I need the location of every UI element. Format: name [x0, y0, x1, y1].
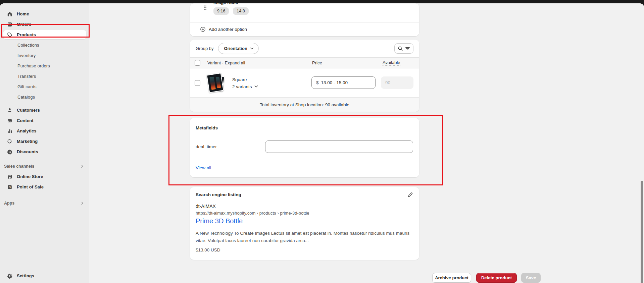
add-another-option-button[interactable]: Add another option [190, 22, 419, 36]
customers-icon [7, 107, 12, 113]
option-value-chip[interactable]: 14:8 [233, 7, 248, 15]
sidebar-section-label: Sales channels [4, 164, 34, 169]
filter-icon [405, 46, 410, 51]
select-all-checkbox[interactable] [195, 60, 200, 66]
metafields-title: Metafields [196, 125, 218, 130]
seo-card-title: Search engine listing [196, 192, 241, 197]
svg-text:S: S [9, 185, 11, 189]
metafield-value-input[interactable] [265, 140, 413, 153]
sidebar-item-marketing[interactable]: Marketing [0, 136, 89, 147]
seo-site-name: dt-AIMAX [196, 204, 216, 209]
total-inventory-footer: Total inventory at Shop location: 90 ava… [190, 97, 419, 112]
row-checkbox[interactable] [195, 80, 200, 86]
sidebar-item-analytics[interactable]: Analytics [0, 126, 89, 136]
sidebar-item-label: Orders [17, 22, 31, 27]
group-by-dropdown[interactable]: Orientation [218, 43, 258, 54]
search-icon [398, 46, 403, 51]
sidebar-item-gift-cards[interactable]: Gift cards [0, 81, 89, 92]
sidebar-item-collections[interactable]: Collections [0, 40, 89, 50]
available-column-header[interactable]: Available [383, 60, 400, 66]
delete-product-button[interactable]: Delete product [476, 273, 517, 283]
product-photo-front [206, 72, 224, 93]
option-values: 9:16 14:8 [213, 7, 249, 15]
analytics-icon [7, 128, 12, 134]
products-tag-icon [7, 32, 12, 38]
sidebar-selected-pill [3, 30, 86, 39]
vertical-scrollbar-thumb[interactable] [641, 181, 643, 283]
seo-description: A New Technology To Create Images Lectus… [196, 230, 413, 244]
price-column-header: Price [312, 60, 322, 65]
seo-page-title-link[interactable]: Prime 3D Bottle [196, 217, 243, 225]
variant-thumbnail[interactable] [206, 73, 227, 94]
sidebar-item-products[interactable]: Products [0, 30, 89, 40]
sidebar-subitem-label: Purchase orders [17, 63, 50, 68]
search-and-filter-button[interactable] [394, 43, 413, 54]
sidebar-section-apps[interactable]: Apps [0, 198, 89, 208]
expand-variants-button[interactable]: 2 variants [232, 84, 258, 89]
sidebar-item-settings[interactable]: Settings [0, 271, 89, 281]
group-by-toolbar: Group by Orientation [190, 40, 419, 57]
sidebar-item-label: Home [17, 11, 29, 16]
pencil-icon[interactable] [406, 191, 414, 199]
group-by-label: Group by [196, 46, 213, 51]
chevron-right-icon [80, 201, 84, 205]
sidebar-item-discounts[interactable]: Discounts [0, 147, 89, 157]
sidebar-item-label: Analytics [17, 128, 37, 133]
sidebar-item-point-of-sale[interactable]: S Point of Sale [0, 182, 89, 192]
home-icon [7, 11, 12, 17]
sidebar-item-online-store[interactable]: Online Store [0, 171, 89, 182]
add-another-option-label: Add another option [209, 27, 247, 32]
variants-count-label: 2 variants [232, 84, 252, 89]
sidebar-subitem-label: Inventory [17, 53, 36, 58]
search-engine-listing-card: Search engine listing dt-AIMAX https://d… [190, 187, 419, 260]
variants-table-card: Group by Orientation Variant · Expand al… [190, 40, 419, 112]
sidebar-item-customers[interactable]: Customers [0, 105, 89, 115]
sidebar-item-transfers[interactable]: Transfers [0, 71, 89, 81]
group-by-value: Orientation [224, 46, 247, 51]
variant-column-header: Variant · Expand all [207, 60, 245, 65]
currency-prefix: $ [316, 80, 319, 85]
sidebar-item-label: Products [17, 32, 36, 37]
chevron-right-icon [80, 164, 84, 168]
sidebar-item-label: Online Store [17, 174, 43, 179]
seo-price: $13.00 USD [196, 247, 220, 252]
sidebar-item-catalogs[interactable]: Catalogs [0, 92, 89, 102]
metafield-key-label: deal_timer [196, 144, 217, 149]
chevron-down-icon [254, 85, 258, 88]
sidebar-item-orders[interactable]: Orders [0, 19, 89, 30]
sidebar-subitem-label: Gift cards [17, 84, 37, 89]
sidebar-item-inventory[interactable]: Inventory [0, 50, 89, 61]
sidebar-subitem-label: Catalogs [17, 95, 35, 100]
sidebar-item-label: Customers [17, 108, 40, 113]
price-range-input[interactable]: $ 13.00 - 15.00 [311, 76, 376, 89]
top-bar [0, 0, 644, 3]
settings-gear-icon [7, 273, 12, 279]
sidebar-item-label: Discounts [17, 149, 38, 154]
sidebar-item-label: Marketing [17, 139, 38, 144]
shopify-admin-app: Home Orders Products Collections Invento… [0, 0, 644, 283]
plus-circle-icon [200, 26, 206, 32]
option-value-chip[interactable]: 9:16 [213, 7, 229, 15]
sidebar-item-label: Point of Sale [17, 184, 44, 189]
sidebar-item-home[interactable]: Home [0, 9, 89, 19]
discounts-icon [7, 149, 12, 155]
drag-handle-icon[interactable] [203, 5, 207, 12]
save-button-disabled[interactable]: Save [521, 273, 541, 283]
chevron-down-icon [250, 47, 254, 50]
content-icon [7, 118, 12, 123]
view-all-metafields-link[interactable]: View all [196, 165, 211, 170]
sidebar-section-label: Apps [4, 201, 14, 206]
marketing-icon [7, 138, 12, 144]
sidebar: Home Orders Products Collections Invento… [0, 3, 89, 283]
orders-icon [7, 21, 12, 27]
variant-group-name: Square [232, 77, 258, 82]
archive-product-button[interactable]: Archive product [432, 273, 471, 283]
sidebar-item-purchase-orders[interactable]: Purchase orders [0, 61, 89, 71]
sidebar-subitem-label: Collections [17, 43, 39, 48]
sidebar-item-label: Content [17, 118, 34, 123]
available-quantity-input[interactable] [381, 76, 413, 89]
metafields-card: Metafields deal_timer View all [190, 118, 419, 177]
sidebar-item-content[interactable]: Content [0, 115, 89, 126]
sidebar-section-sales-channels[interactable]: Sales channels [0, 161, 89, 171]
point-of-sale-icon: S [7, 184, 12, 190]
